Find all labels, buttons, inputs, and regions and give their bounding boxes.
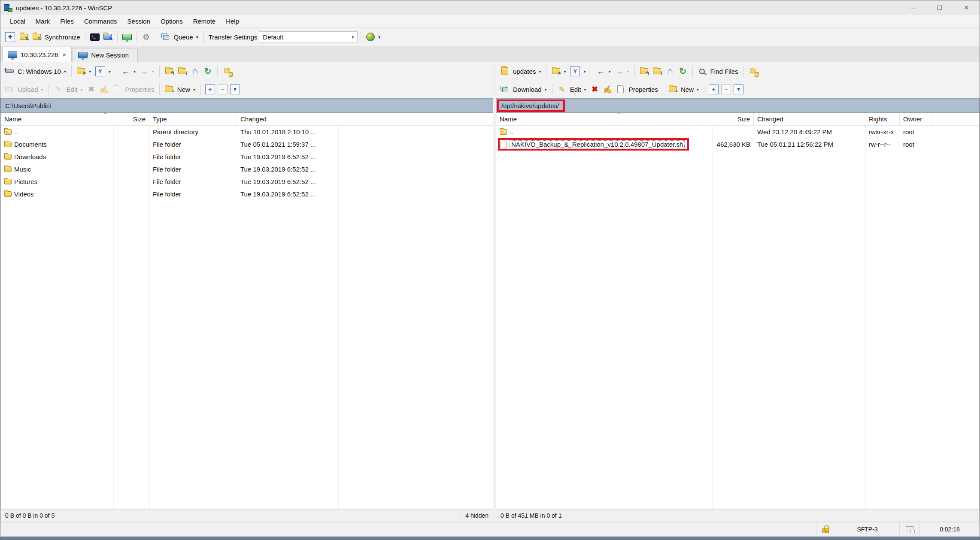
file-row[interactable]: DocumentsFile folderTue 05.01.2021 1:59:…	[1, 138, 493, 151]
remote-forward-icon[interactable]: →	[614, 66, 625, 77]
remote-col-changed[interactable]: Changed	[754, 113, 865, 125]
queue-button[interactable]: Queue	[174, 33, 193, 41]
background-transfers-icon[interactable]	[121, 31, 133, 42]
local-drive-selector[interactable]: C: Windows 10	[18, 68, 61, 75]
menu-local[interactable]: Local	[5, 15, 30, 28]
remote-back-caret[interactable]: ▾	[608, 69, 610, 74]
file-row[interactable]: PicturesFile folderTue 19.03.2019 6:52:5…	[1, 175, 493, 188]
local-rename-icon[interactable]: ✍	[98, 84, 109, 95]
remote-forward-caret[interactable]: ▾	[627, 69, 629, 74]
remote-properties-icon[interactable]	[615, 84, 626, 95]
remote-directory-tree-icon[interactable]	[747, 66, 759, 77]
menu-commands[interactable]: Commands	[79, 15, 122, 28]
remote-directory-selector[interactable]: updates	[513, 68, 536, 75]
remote-filter-caret[interactable]: ▾	[583, 69, 586, 74]
remote-filter-icon[interactable]: Y	[569, 66, 581, 77]
remote-new-icon[interactable]: +	[667, 84, 678, 95]
remote-home-icon[interactable]: ⌂	[664, 66, 676, 77]
new-session-tab[interactable]: New Session	[73, 48, 138, 62]
local-open-directory-icon[interactable]: ➤	[76, 66, 87, 77]
local-select-plus-icon[interactable]: +	[205, 84, 215, 94]
explore-sphere-icon[interactable]	[365, 31, 376, 42]
menu-mark[interactable]: Mark	[30, 15, 55, 28]
synchronize-browsing-icon[interactable]: ⇅	[18, 31, 29, 42]
local-home-icon[interactable]: ⌂	[189, 66, 200, 77]
local-drive-caret[interactable]: ▾	[64, 69, 66, 74]
file-row[interactable]: MusicFile folderTue 19.03.2019 6:52:52 .…	[1, 163, 493, 175]
remote-open-directory-caret[interactable]: ▾	[564, 69, 566, 74]
upload-caret[interactable]: ▾	[41, 87, 43, 92]
remote-path-bar[interactable]: /opt/nakivo/updates/	[496, 98, 980, 113]
maximize-button[interactable]: □	[926, 0, 953, 15]
minimize-button[interactable]: –	[900, 0, 926, 15]
file-row[interactable]: ..Parent directoryThu 18.01.2018 2:10:10…	[1, 126, 493, 138]
local-properties-button[interactable]: Properties	[125, 86, 154, 93]
local-new-icon[interactable]: +	[164, 84, 175, 95]
remote-edit-icon[interactable]: ✎	[556, 84, 567, 95]
local-delete-icon[interactable]: ✖	[85, 84, 97, 95]
local-new-caret[interactable]: ▾	[193, 87, 195, 92]
remote-col-size[interactable]: Size	[712, 113, 754, 125]
local-properties-icon[interactable]	[111, 84, 122, 95]
remote-select-minus-icon[interactable]: −	[721, 84, 731, 94]
remote-parent-directory-icon[interactable]: ↰	[639, 66, 650, 77]
find-files-button[interactable]: Find Files	[710, 68, 738, 75]
local-col-name[interactable]: Name	[1, 113, 113, 125]
remote-selection-filter-icon[interactable]: ▼	[734, 84, 743, 94]
remote-col-owner[interactable]: Owner	[900, 113, 932, 125]
local-col-type[interactable]: Type	[149, 113, 237, 125]
download-caret[interactable]: ▾	[545, 87, 547, 92]
menu-session[interactable]: Session	[122, 15, 155, 28]
local-path-bar[interactable]: C:\Users\Public\	[0, 98, 493, 113]
local-col-changed[interactable]: Changed	[237, 113, 338, 125]
local-forward-caret[interactable]: ▾	[152, 69, 154, 74]
explore-dropdown-caret[interactable]: ▾	[378, 35, 380, 39]
synchronize-button[interactable]: Synchronize	[45, 33, 80, 41]
remote-refresh-icon[interactable]: ↻	[677, 66, 689, 77]
local-edit-caret[interactable]: ▾	[80, 87, 82, 92]
queue-icon[interactable]	[160, 31, 171, 42]
remote-rename-icon[interactable]: ✍	[602, 84, 613, 95]
remote-directory-caret[interactable]: ▾	[539, 69, 541, 74]
local-select-minus-icon[interactable]: −	[218, 84, 228, 94]
local-new-button[interactable]: New	[177, 86, 190, 93]
menu-files[interactable]: Files	[55, 15, 79, 28]
local-directory-tree-icon[interactable]	[221, 66, 233, 77]
local-back-caret[interactable]: ▾	[133, 69, 136, 74]
local-open-directory-caret[interactable]: ▾	[89, 69, 91, 74]
local-parent-directory-icon[interactable]: ↰	[164, 66, 175, 77]
protocol-cell[interactable]: SFTP-3	[835, 522, 899, 536]
queue-dropdown-caret[interactable]: ▾	[196, 35, 198, 39]
local-filter-icon[interactable]: Y	[94, 66, 106, 77]
remote-edit-caret[interactable]: ▾	[584, 87, 586, 92]
close-button[interactable]: ×	[953, 0, 980, 15]
file-row[interactable]: NAKIVO_Backup_&_Replication_v10.2.0.4980…	[496, 138, 979, 151]
remote-delete-icon[interactable]: ✖	[589, 84, 601, 95]
file-row[interactable]: VideosFile folderTue 19.03.2019 6:52:52 …	[1, 188, 493, 200]
remote-root-directory-icon[interactable]: /	[652, 66, 663, 77]
menu-remote[interactable]: Remote	[188, 15, 221, 28]
transfer-settings-combobox[interactable]: Default ▾	[259, 31, 358, 42]
find-files-icon[interactable]	[697, 66, 708, 77]
remote-col-rights[interactable]: Rights	[865, 113, 900, 125]
remote-open-directory-icon[interactable]: ➤	[550, 66, 561, 77]
local-filter-caret[interactable]: ▾	[109, 69, 111, 74]
server-cell[interactable]	[899, 522, 919, 536]
local-root-directory-icon[interactable]: /	[176, 66, 188, 77]
local-refresh-icon[interactable]: ↻	[202, 66, 213, 77]
session-tab-close-icon[interactable]: ×	[63, 51, 67, 58]
local-edit-button[interactable]: Edit	[67, 86, 78, 93]
download-button[interactable]: Download	[513, 86, 542, 93]
remote-properties-button[interactable]: Properties	[629, 86, 658, 93]
remote-new-button[interactable]: New	[681, 86, 694, 93]
synchronize-icon[interactable]: ↻	[31, 31, 42, 42]
remote-new-caret[interactable]: ▾	[697, 87, 699, 92]
console-icon[interactable]: >_	[89, 31, 100, 42]
file-custom-commands-icon[interactable]: ✎	[102, 31, 113, 42]
transfer-settings-caret[interactable]: ▾	[352, 35, 354, 39]
menu-help[interactable]: Help	[221, 15, 244, 28]
remote-select-plus-icon[interactable]: +	[709, 84, 719, 94]
remote-edit-button[interactable]: Edit	[570, 86, 581, 93]
menu-options[interactable]: Options	[155, 15, 188, 28]
local-selection-filter-icon[interactable]: ▼	[230, 84, 240, 94]
